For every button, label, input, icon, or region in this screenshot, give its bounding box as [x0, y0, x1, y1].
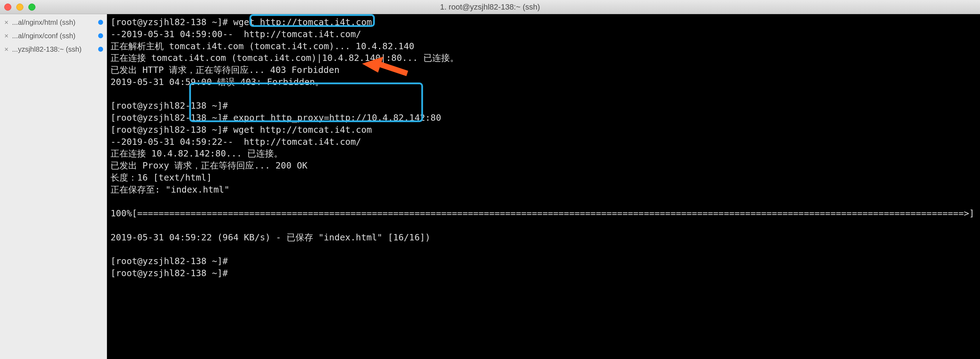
terminal-line: 正在解析主机 tomcat.i4t.com (tomcat.i4t.com)..…	[111, 40, 977, 52]
status-dot-icon	[98, 20, 103, 25]
terminal-line: 正在保存至: "index.html"	[111, 184, 977, 196]
close-icon[interactable]: ×	[3, 45, 10, 54]
terminal-line: 100%[===================================…	[111, 208, 977, 219]
terminal-line: 正在连接 tomcat.i4t.com (tomcat.i4t.com)|10.…	[111, 52, 977, 64]
tab-item[interactable]: × ...yzsjhl82-138:~ (ssh)	[0, 43, 107, 56]
terminal-line: 正在连接 10.4.82.142:80... 已连接。	[111, 148, 977, 160]
terminal-line	[111, 219, 977, 232]
tab-sidebar: × ...al/nginx/html (ssh) × ...al/nginx/c…	[0, 14, 107, 359]
terminal-line: [root@yzsjhl82-138 ~]# export http_proxy…	[111, 112, 977, 124]
tab-item[interactable]: × ...al/nginx/html (ssh)	[0, 16, 107, 29]
status-dot-icon	[98, 47, 103, 52]
close-icon[interactable]	[4, 3, 11, 11]
tab-label: ...al/nginx/conf (ssh)	[12, 32, 96, 40]
tab-item[interactable]: × ...al/nginx/conf (ssh)	[0, 29, 107, 43]
traffic-lights	[4, 3, 35, 11]
terminal-line: [root@yzsjhl82-138 ~]#	[111, 255, 977, 267]
terminal-line	[111, 243, 977, 255]
terminal-line: --2019-05-31 04:59:00-- http://tomcat.i4…	[111, 28, 977, 40]
terminal-line: 2019-05-31 04:59:00 错误 403: Forbidden。	[111, 76, 977, 88]
terminal-line: [root@yzsjhl82-138 ~]#	[111, 100, 977, 112]
terminal-line: 长度：16 [text/html]	[111, 172, 977, 184]
tab-label: ...yzsjhl82-138:~ (ssh)	[12, 45, 96, 54]
main-area: × ...al/nginx/html (ssh) × ...al/nginx/c…	[0, 14, 980, 359]
terminal-line: 已发出 Proxy 请求，正在等待回应... 200 OK	[111, 160, 977, 172]
status-dot-icon	[98, 33, 103, 38]
terminal-line	[111, 195, 977, 208]
tab-label: ...al/nginx/html (ssh)	[12, 18, 96, 27]
terminal-line: [root@yzsjhl82-138 ~]# wget http://tomca…	[111, 16, 977, 28]
terminal-line: [root@yzsjhl82-138 ~]#	[111, 267, 977, 280]
minimize-icon[interactable]	[16, 3, 23, 11]
terminal-line: [root@yzsjhl82-138 ~]# wget http://tomca…	[111, 124, 977, 136]
terminal-line: --2019-05-31 04:59:22-- http://tomcat.i4…	[111, 136, 977, 148]
close-icon[interactable]: ×	[3, 18, 10, 27]
terminal-line: 已发出 HTTP 请求，正在等待回应... 403 Forbidden	[111, 64, 977, 76]
terminal-line: 2019-05-31 04:59:22 (964 KB/s) - 已保存 "in…	[111, 232, 977, 244]
close-icon[interactable]: ×	[3, 32, 10, 40]
window-title: 1. root@yzsjhl82-138:~ (ssh)	[440, 3, 540, 12]
terminal-line	[111, 88, 977, 100]
window-titlebar: 1. root@yzsjhl82-138:~ (ssh)	[0, 0, 980, 14]
terminal-output[interactable]: [root@yzsjhl82-138 ~]# wget http://tomca…	[107, 14, 980, 359]
maximize-icon[interactable]	[29, 3, 35, 11]
